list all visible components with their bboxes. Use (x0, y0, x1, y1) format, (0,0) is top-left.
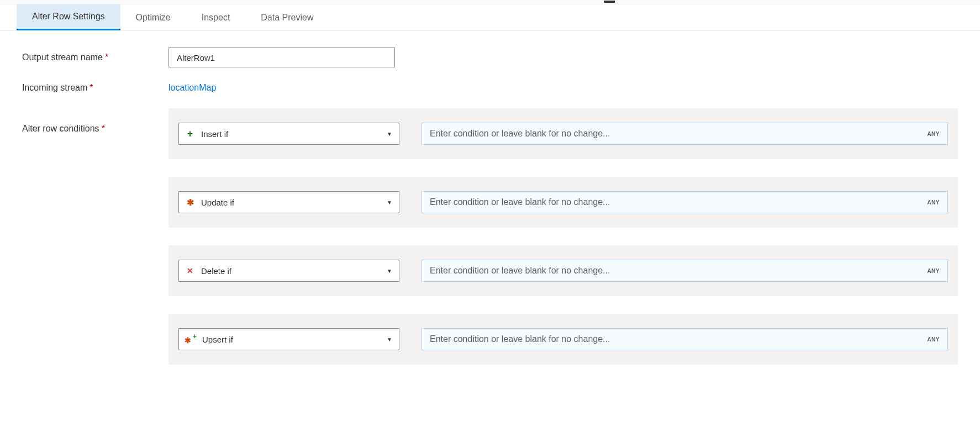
condition-type-dropdown[interactable]: + Insert if ▼ (178, 123, 399, 145)
asterisk-icon: ✱ (186, 197, 194, 208)
tab-label: Data Preview (261, 13, 313, 23)
chevron-down-icon: ▼ (387, 268, 392, 274)
drag-handle-icon[interactable] (604, 1, 615, 3)
expression-type-badge: ANY (927, 199, 940, 206)
expression-placeholder: Enter condition or leave blank for no ch… (430, 197, 610, 207)
condition-type-dropdown[interactable]: ✕ Delete if ▼ (178, 260, 399, 282)
condition-type-dropdown[interactable]: ✱ Update if ▼ (178, 191, 399, 213)
output-stream-label: Output stream name* (22, 52, 168, 62)
condition-type-label: Delete if (201, 266, 231, 276)
condition-type-label: Update if (201, 198, 234, 207)
incoming-stream-link[interactable]: locationMap (168, 83, 216, 93)
condition-block-upsert: ✱+ Upsert if ▼ Enter condition or leave … (168, 314, 958, 365)
condition-type-label: Upsert if (202, 335, 233, 344)
condition-block-update: ✱ Update if ▼ Enter condition or leave b… (168, 177, 958, 228)
incoming-stream-row: Incoming stream* locationMap (22, 83, 958, 93)
output-stream-row: Output stream name* (22, 48, 958, 67)
tab-optimize[interactable]: Optimize (120, 4, 186, 30)
expression-type-badge: ANY (927, 336, 940, 343)
expression-placeholder: Enter condition or leave blank for no ch… (430, 266, 610, 276)
chevron-down-icon: ▼ (387, 336, 392, 343)
x-icon: ✕ (186, 266, 194, 275)
condition-block-delete: ✕ Delete if ▼ Enter condition or leave b… (168, 245, 958, 296)
chevron-down-icon: ▼ (387, 199, 392, 206)
condition-block-insert: + Insert if ▼ Enter condition or leave b… (168, 108, 958, 159)
required-asterisk-icon: * (89, 83, 93, 92)
plus-icon: + (186, 129, 194, 139)
settings-panel: Output stream name* Incoming stream* loc… (0, 31, 980, 376)
settings-tabs: Alter Row Settings Optimize Inspect Data… (0, 4, 980, 31)
condition-type-dropdown[interactable]: ✱+ Upsert if ▼ (178, 328, 399, 350)
tab-label: Alter Row Settings (32, 12, 105, 22)
expression-placeholder: Enter condition or leave blank for no ch… (430, 334, 610, 344)
condition-type-label: Insert if (201, 129, 228, 139)
expression-type-badge: ANY (927, 268, 940, 274)
tab-label: Optimize (136, 13, 171, 23)
output-stream-input[interactable] (168, 48, 395, 67)
upsert-icon: ✱+ (186, 335, 196, 344)
condition-expression-input[interactable]: Enter condition or leave blank for no ch… (421, 191, 948, 213)
required-asterisk-icon: * (102, 124, 105, 133)
incoming-stream-label: Incoming stream* (22, 83, 168, 93)
panel-top-bar (0, 0, 980, 4)
required-asterisk-icon: * (105, 52, 108, 62)
alter-row-conditions-label: Alter row conditions* (22, 124, 168, 134)
tab-inspect[interactable]: Inspect (186, 4, 246, 30)
expression-placeholder: Enter condition or leave blank for no ch… (430, 129, 610, 139)
condition-expression-input[interactable]: Enter condition or leave blank for no ch… (421, 260, 948, 282)
tab-alter-row-settings[interactable]: Alter Row Settings (17, 4, 120, 30)
chevron-down-icon: ▼ (387, 131, 392, 137)
condition-expression-input[interactable]: Enter condition or leave blank for no ch… (421, 123, 948, 145)
tab-data-preview[interactable]: Data Preview (245, 4, 329, 30)
alter-row-conditions-row: Alter row conditions* + Insert if ▼ Ente… (22, 108, 958, 365)
conditions-list: + Insert if ▼ Enter condition or leave b… (168, 108, 958, 365)
tab-label: Inspect (202, 13, 230, 23)
condition-expression-input[interactable]: Enter condition or leave blank for no ch… (421, 328, 948, 350)
expression-type-badge: ANY (927, 131, 940, 137)
